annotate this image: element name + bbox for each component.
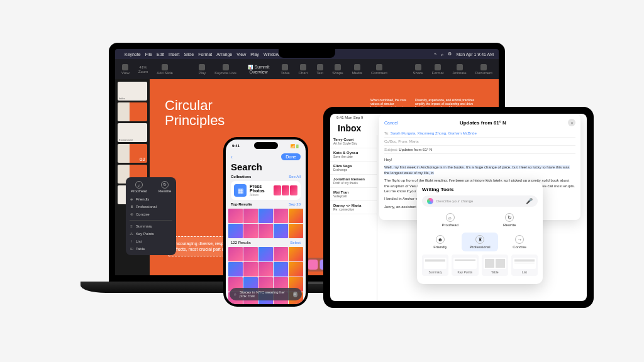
close-button[interactable]: ✕ (568, 119, 575, 126)
summary-option[interactable]: ≡Summary (130, 224, 172, 229)
menu-slide[interactable]: Slide (184, 52, 194, 57)
tool-table[interactable]: Table (280, 64, 289, 75)
tool-document[interactable]: Document (475, 64, 492, 75)
tool-zoom[interactable]: 41%Zoom (138, 65, 148, 74)
photo-thumb[interactable] (258, 247, 273, 261)
menu-view[interactable]: View (236, 52, 246, 57)
photo-thumb[interactable] (228, 247, 243, 261)
tool-animate[interactable]: Animate (453, 64, 467, 75)
mail-item[interactable]: Mai TranVolleyball (330, 188, 377, 201)
photo-thumb[interactable] (289, 209, 303, 223)
cc-field[interactable]: Cc/Bcc, From: Maria (384, 138, 575, 146)
photo-thumb[interactable] (228, 224, 243, 238)
proofread-button[interactable]: ⌕Proofread (422, 211, 479, 229)
tool-media[interactable]: Media (352, 64, 362, 75)
photo-grid[interactable] (226, 209, 306, 238)
photo-thumb[interactable] (243, 224, 258, 238)
menu-play[interactable]: Play (250, 52, 259, 57)
table-option[interactable]: ⊞Table (130, 246, 172, 251)
wifi-icon[interactable]: ⌁ (434, 52, 436, 57)
iphone-screen: 9:41📶🔋 ‹ Done Search Collections See All… (226, 140, 306, 304)
photo-thumb[interactable] (243, 247, 258, 261)
tool-play[interactable]: Play (199, 64, 206, 75)
professional-button[interactable]: ♜Professional (462, 233, 498, 251)
photo-thumb[interactable] (243, 262, 258, 277)
mail-item[interactable]: Jonathan BensenDraft of my thesis (330, 175, 377, 188)
menu-format[interactable]: Format (198, 52, 212, 57)
table-card[interactable]: Table (482, 255, 508, 276)
top-results-label: Top Results (231, 202, 252, 206)
subject-field[interactable]: Subject: Updates from 61° N (384, 146, 575, 154)
control-center-icon[interactable]: ⚙ (448, 52, 452, 57)
photo-thumb[interactable] (289, 262, 303, 277)
back-button[interactable]: ‹ (231, 154, 233, 160)
tool-shape[interactable]: Shape (332, 64, 343, 75)
mail-item[interactable]: Terry CourtArt for Doyle Bay (330, 135, 377, 148)
tool-format[interactable]: Format (432, 64, 444, 75)
rewrite-button[interactable]: ↻Rewrite (158, 181, 171, 193)
photo-thumb[interactable] (258, 262, 273, 277)
mail-item[interactable]: Eliza VegaExchange (330, 162, 377, 175)
photo-thumb[interactable] (274, 262, 288, 277)
menu-window[interactable]: Window (264, 52, 279, 57)
tool-view[interactable]: View (121, 64, 130, 75)
photo-thumb[interactable] (274, 247, 288, 261)
cancel-button[interactable]: Cancel (384, 121, 398, 125)
slide-thumb[interactable]: Index (118, 82, 147, 101)
photo-thumb[interactable] (228, 209, 243, 223)
key-points-card[interactable]: Key Points (452, 255, 478, 276)
datetime[interactable]: Mon Apr 1 9:41 AM (456, 52, 494, 57)
slide-thumb[interactable]: Environment (118, 123, 147, 142)
see-all-link[interactable]: See All (289, 175, 301, 178)
tool-keynote-live[interactable]: Keynote Live (214, 64, 236, 75)
proofread-button[interactable]: ⌕Proofread (131, 181, 147, 193)
writing-tools-panel: ⌕Proofread ↻Rewrite ☻Friendly ♜Professio… (126, 177, 176, 255)
concise-button[interactable]: →Concise (501, 233, 538, 251)
menu-edit[interactable]: Edit (157, 52, 164, 57)
done-button[interactable]: Done (281, 153, 301, 160)
photo-thumb[interactable] (274, 209, 288, 223)
summary-card[interactable]: Summary (422, 255, 448, 276)
mail-item[interactable]: Danny <> MariaRe: connection (330, 201, 377, 214)
photo-thumb[interactable] (258, 224, 273, 238)
collection-card[interactable]: ▦ Press Photos Album (231, 181, 301, 200)
slide-thumb[interactable] (118, 102, 147, 121)
search-icon[interactable]: ⌕ (441, 52, 443, 57)
friendly-option[interactable]: ☻Friendly (130, 197, 172, 202)
concise-option[interactable]: ⊕Concise (130, 211, 172, 217)
list-card[interactable]: List (511, 255, 538, 276)
mic-icon[interactable]: 🎤 (526, 198, 533, 204)
ipad-screen: 9:41 Mon Sep 9 ⌁ 📶 🔋 Inbox ⊜ ✎ Summarize… (330, 114, 587, 301)
search-field[interactable]: ⌕ Stacey in NYC wearing her pink coat ✕ (230, 288, 302, 300)
menu-arrange[interactable]: Arrange (216, 52, 232, 57)
photo-thumb[interactable] (289, 247, 303, 261)
tool-add-slide[interactable]: Add Slide (157, 64, 173, 75)
friendly-button[interactable]: ☻Friendly (422, 233, 458, 251)
professional-option[interactable]: ♜Professional (130, 204, 172, 209)
describe-change-input[interactable]: Describe your change 🎤 (422, 195, 538, 207)
dock-app-icon[interactable] (308, 260, 318, 270)
tool-text[interactable]: Text (316, 64, 323, 75)
results-count: 122 Results (231, 241, 251, 244)
to-field[interactable]: To: Sarah Murguia, Xiaomeng Zhong, Graha… (384, 129, 575, 138)
tool-chart[interactable]: Chart (299, 64, 308, 75)
menu-file[interactable]: File (145, 52, 152, 57)
menu-insert[interactable]: Insert (169, 52, 180, 57)
tool-share[interactable]: Share (413, 64, 423, 75)
rewrite-button[interactable]: ↻Rewrite (482, 211, 538, 229)
search-title: Search (226, 162, 306, 172)
menubar-app[interactable]: Keynote (125, 52, 141, 57)
list-option[interactable]: ⋮List (130, 238, 172, 244)
photo-thumb[interactable] (258, 209, 273, 223)
slide-thumb[interactable]: 02 (118, 144, 147, 163)
mail-item[interactable]: Kato & OyasuSave the date (330, 148, 377, 162)
photo-thumb[interactable] (274, 224, 288, 238)
tool-comment[interactable]: Comment (371, 64, 387, 75)
photo-thumb[interactable] (228, 262, 243, 277)
clear-icon[interactable]: ✕ (293, 292, 297, 297)
key-points-option[interactable]: ⁂Key Points (130, 231, 172, 236)
select-link[interactable]: Select (290, 241, 301, 244)
mail-list[interactable]: Terry CourtArt for Doyle Bay Kato & Oyas… (330, 135, 377, 301)
photo-thumb[interactable] (243, 209, 258, 223)
photo-thumb[interactable] (289, 224, 303, 238)
